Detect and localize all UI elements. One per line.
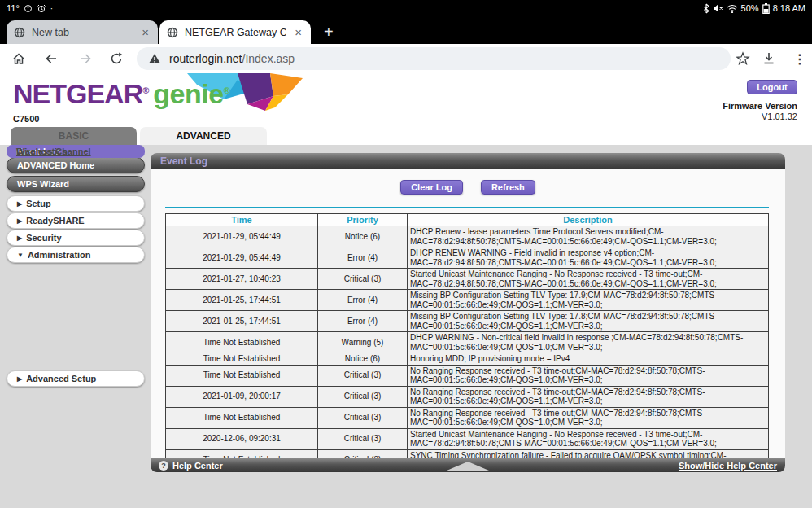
battery-percentage: 50%: [741, 3, 759, 13]
browser-tab-active[interactable]: NETGEAR Gateway C7500 ×: [159, 20, 311, 44]
netgear-header: NETGEAR®genie® C7500 Logout Firmware Ver…: [0, 73, 812, 145]
sidebar-item-security[interactable]: ▶ Security: [7, 230, 145, 246]
chevron-right-icon: ▶: [17, 200, 22, 208]
sidebar-item-wps-wizard[interactable]: WPS Wizard: [7, 176, 145, 192]
event-time-cell: Time Not Established: [166, 449, 318, 458]
event-priority-cell: Notice (6): [318, 353, 408, 366]
event-priority-cell: Critical (3): [318, 365, 408, 386]
sidebar-item-label: Setup: [26, 199, 51, 208]
event-log-panel: Clear Log Refresh Time Priority Descript…: [151, 169, 785, 458]
sidebar-admin-link-label: Wireless Channel: [16, 147, 91, 156]
sidebar-item-advanced-setup[interactable]: ▶ Advanced Setup: [7, 370, 145, 387]
clear-log-button[interactable]: Clear Log: [400, 180, 463, 195]
url-bar[interactable]: routerlogin.net/Index.asp: [137, 47, 731, 70]
clock-label: 8:18 AM: [773, 3, 805, 13]
event-description-cell: DHCP WARNING - Non-critical field invali…: [408, 332, 769, 353]
event-priority-cell: Critical (3): [318, 428, 408, 449]
sidebar-item-setup[interactable]: ▶ Setup: [7, 195, 145, 212]
column-header-time: Time: [166, 214, 318, 226]
sidebar-item-advanced-home[interactable]: ADVANCED Home: [7, 157, 145, 173]
browser-tab-new-tab[interactable]: New tab ×: [7, 20, 158, 44]
table-row: 2021-01-09, 20:00:17 Critical (3) No Ran…: [166, 386, 769, 407]
main-content: Event Log Clear Log Refresh Time Priorit…: [151, 145, 785, 508]
event-priority-cell: Notice (6): [318, 226, 408, 247]
bluetooth-icon: [703, 3, 709, 14]
weather-icon: [24, 4, 33, 13]
browser-tab-bar: New tab × NETGEAR Gateway C7500 × +: [0, 16, 812, 44]
logout-button[interactable]: Logout: [747, 80, 797, 94]
table-row: 2021-01-25, 17:44:51 Error (4) Missing B…: [166, 311, 769, 332]
table-row: 2021-01-29, 05:44:49 Notice (6) DHCP Ren…: [166, 226, 769, 247]
event-priority-cell: Critical (3): [318, 449, 408, 458]
sidebar-item-label: Security: [26, 233, 61, 243]
event-time-cell: Time Not Established: [166, 407, 318, 428]
brand-logo: NETGEAR®genie®: [13, 78, 229, 110]
event-time-cell: 2021-01-29, 05:44:49: [166, 226, 318, 247]
event-time-cell: 2021-01-09, 20:00:17: [166, 386, 318, 407]
bookmark-star-icon[interactable]: [734, 50, 752, 68]
firmware-version-value: V1.01.32: [723, 112, 797, 121]
event-time-cell: 2021-01-25, 17:44:51: [166, 290, 318, 311]
new-tab-button[interactable]: +: [324, 24, 334, 40]
event-priority-cell: Error (4): [318, 290, 408, 311]
help-center-label: Help Center: [172, 461, 223, 471]
table-row: 2021-01-27, 10:40:23 Critical (3) Starte…: [166, 269, 769, 290]
help-center-left: ? Help Center: [159, 461, 223, 471]
browser-toolbar: routerlogin.net/Index.asp ⋮: [0, 44, 812, 73]
table-row: Time Not Established Critical (3) SYNC T…: [166, 449, 769, 458]
expand-help-arrow-icon[interactable]: [447, 462, 489, 471]
event-description-cell: Missing BP Configuration Setting TLV Typ…: [408, 290, 769, 311]
event-time-cell: 2020-12-06, 09:20:31: [166, 428, 318, 449]
notification-dot: ·: [50, 4, 53, 13]
event-time-cell: Time Not Established: [166, 332, 318, 353]
home-icon[interactable]: [10, 50, 28, 68]
tab-advanced[interactable]: ADVANCED: [140, 127, 267, 145]
sidebar-nav: ADVANCED Home WPS Wizard ▶ Setup ▶ Ready…: [0, 145, 151, 508]
sidebar-item-administration[interactable]: ▼ Administration: [7, 247, 145, 263]
brand-netgear: NETGEAR: [13, 78, 142, 109]
event-description-cell: No Ranging Response received - T3 time-o…: [408, 407, 769, 428]
tab-title: NETGEAR Gateway C7500: [185, 27, 286, 38]
forward-icon[interactable]: [76, 50, 94, 68]
back-icon[interactable]: [42, 50, 60, 68]
event-priority-cell: Warning (5): [318, 332, 408, 353]
event-description-cell: SYNC Timing Synchronization failure - Fa…: [408, 449, 769, 458]
tab-close-icon[interactable]: ×: [140, 26, 151, 38]
event-priority-cell: Error (4): [318, 311, 408, 332]
reload-icon[interactable]: [107, 50, 125, 68]
chevron-right-icon: ▶: [17, 375, 22, 383]
event-log-table: Time Priority Description 2021-01-29, 05…: [165, 213, 769, 458]
battery-icon: [762, 3, 770, 14]
tab-close-icon[interactable]: ×: [293, 26, 303, 38]
android-status-bar: 11° · 50% 8:18 AM: [0, 0, 812, 16]
url-text: routerlogin.net/Index.asp: [169, 52, 295, 65]
table-row: Time Not Established Warning (5) DHCP WA…: [166, 332, 769, 353]
sidebar-item-readyshare[interactable]: ▶ ReadySHARE: [7, 212, 145, 229]
divider-line: [165, 207, 769, 208]
event-time-cell: Time Not Established: [166, 353, 318, 366]
security-warning-icon[interactable]: [148, 53, 161, 64]
event-priority-cell: Critical (3): [318, 386, 408, 407]
table-row: 2020-12-06, 09:20:31 Critical (3) Starte…: [166, 428, 769, 449]
mute-icon: [713, 3, 723, 13]
event-description-cell: Honoring MDD; IP provisioning mode = IPv…: [408, 353, 769, 366]
sidebar-admin-link[interactable]: Wireless Channel: [7, 145, 145, 157]
registered-mark: ®: [224, 85, 229, 95]
temperature-label: 11°: [7, 3, 20, 13]
help-center-bar: ? Help Center Show/Hide Help Center: [151, 458, 785, 472]
tab-basic[interactable]: BASIC: [11, 127, 137, 145]
refresh-button[interactable]: Refresh: [481, 180, 535, 195]
globe-icon: [167, 27, 178, 38]
download-icon[interactable]: [760, 50, 778, 68]
browser-menu-icon[interactable]: ⋮: [791, 50, 809, 68]
chevron-right-icon: ▶: [17, 217, 22, 225]
show-hide-help-link[interactable]: Show/Hide Help Center: [679, 461, 777, 471]
table-row: Time Not Established Critical (3) No Ran…: [166, 407, 769, 428]
globe-icon: [14, 27, 25, 38]
url-path: /Index.asp: [242, 52, 295, 65]
sidebar-item-label: ReadySHARE: [26, 216, 85, 226]
event-priority-cell: Error (4): [318, 247, 408, 269]
column-header-priority: Priority: [318, 214, 408, 226]
sidebar-item-label: ADVANCED Home: [17, 160, 94, 170]
table-row: 2021-01-29, 05:44:49 Error (4) DHCP RENE…: [166, 247, 769, 269]
